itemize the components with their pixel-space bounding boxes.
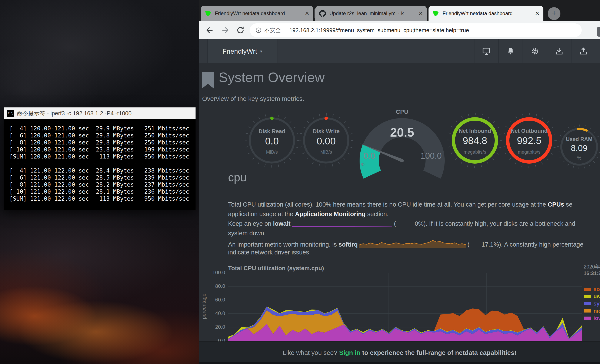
gauge-unit: % — [556, 155, 600, 161]
netdata-favicon — [432, 10, 439, 17]
cpu-description-line: An important metric worth monitoring, is… — [228, 239, 583, 248]
gauge-value: 8.09 — [556, 143, 600, 153]
tab-close-icon[interactable]: ✕ — [535, 10, 540, 17]
terminal-line: [ 4] 121.00-122.00 sec 28.4 MBytes 238 M… — [9, 167, 196, 174]
back-button[interactable] — [203, 24, 216, 37]
browser-window: FriendlyWrt netdata dashboard ✕ Update r… — [199, 0, 600, 364]
legend-swatch — [584, 309, 591, 313]
legend-label: system — [593, 300, 600, 307]
url-text: 192.168.2.1:19999/#menu_system_submenu_c… — [289, 27, 469, 34]
gauge-unit: megabits/s — [501, 149, 557, 155]
text: 0%). If it is constantly high, your disk… — [415, 220, 575, 227]
cpu-description-line: system down. — [228, 230, 266, 237]
forward-icon — [220, 26, 230, 35]
gauge-unit: MiB/s — [299, 149, 354, 155]
text: system down. — [228, 230, 266, 237]
cpu-utilization-chart[interactable] — [228, 273, 582, 341]
tab-title: FriendlyWrt netdata dashboard — [442, 10, 532, 16]
legend-item-iowait[interactable]: iowait — [584, 314, 600, 322]
chart-y-axis-label: percentage — [201, 285, 207, 328]
host-dropdown-button[interactable]: FriendlyWrt ▾ — [207, 39, 277, 63]
legend-swatch — [584, 295, 591, 298]
chart-timestamp: 2020年3 16:31:2 — [584, 263, 600, 277]
import-settings-button[interactable] — [547, 39, 571, 63]
address-bar[interactable]: 不安全 192.168.2.1:19999/#menu_system_subme… — [250, 23, 582, 37]
cpus-link[interactable]: CPUs — [548, 201, 564, 208]
legend-label: iowait — [593, 315, 600, 321]
text: ( — [466, 241, 469, 248]
terminal-line: [ 6] 120.00-121.00 sec 29.8 MBytes 250 M… — [9, 132, 196, 139]
gauge-value: 0.0 — [244, 135, 300, 147]
gauge-unit: MiB/s — [244, 149, 300, 155]
new-tab-button[interactable]: + — [548, 7, 560, 20]
text: indicate network driver issues. — [228, 249, 311, 256]
terminal-line: [ 8] 120.00-121.00 sec 29.8 MBytes 250 M… — [9, 139, 196, 146]
terminal-output: [ 4] 120.00-121.00 sec 29.9 MBytes 251 M… — [4, 119, 196, 210]
y-tick-label: 0.0 — [200, 338, 225, 341]
tab-friendlywrt-netdata-2-active[interactable]: FriendlyWrt netdata dashboard ✕ — [429, 6, 544, 21]
text: Keep an eye on — [228, 220, 273, 227]
legend-swatch — [584, 317, 591, 320]
alarms-button[interactable] — [498, 39, 523, 63]
terminal-titlebar[interactable]: C:\ 命令提示符 - iperf3 -c 192.168.1.2 -P4 -t… — [4, 107, 196, 119]
tab-close-icon[interactable]: ✕ — [418, 10, 423, 17]
terminal-window: C:\ 命令提示符 - iperf3 -c 192.168.1.2 -P4 -t… — [4, 107, 196, 210]
net-outbound-gauge[interactable]: Net Outbound 992.5 megabits/s — [501, 113, 557, 168]
legend-item-system[interactable]: system — [584, 300, 600, 307]
extension-icon[interactable] — [597, 27, 600, 37]
softirq-label: softirq — [338, 241, 358, 248]
terminal-line: [ 4] 120.00-121.00 sec 29.9 MBytes 251 M… — [9, 125, 196, 132]
gauge-max: 100.0 — [421, 151, 442, 161]
terminal-line: [ 10] 121.00-122.00 sec 28.1 MBytes 236 … — [9, 188, 196, 195]
settings-button[interactable] — [523, 39, 547, 63]
cpu-gauge[interactable]: CPU 20.5 0.0 100.0 % — [360, 109, 445, 181]
gauge-value: 984.8 — [447, 135, 503, 146]
text: se — [564, 201, 572, 208]
info-icon[interactable] — [255, 27, 262, 33]
y-tick-label: 100.0 — [200, 270, 225, 276]
text: ( — [392, 220, 396, 227]
upload-icon — [579, 47, 588, 56]
tab-github-commit[interactable]: Update r2s_lean_minimal.yml · k ✕ — [315, 6, 427, 21]
reload-icon — [236, 26, 245, 35]
text: An important metric worth monitoring, is — [228, 241, 338, 248]
gauge-unit: % — [361, 162, 365, 168]
forward-button[interactable] — [219, 24, 232, 37]
bookmark-icon — [202, 72, 214, 89]
github-favicon — [319, 10, 326, 17]
export-settings-button[interactable] — [571, 39, 595, 63]
net-inbound-gauge[interactable]: Net Inbound 984.8 megabits/s — [447, 113, 503, 168]
disk-write-gauge[interactable]: Disk Write 0.00 MiB/s — [299, 113, 354, 168]
legend-item-nice[interactable]: nice — [584, 307, 600, 314]
gauge-value: 992.5 — [501, 135, 557, 146]
softirq-sparkline[interactable] — [359, 239, 466, 248]
page-subtitle: Overview of the key system metrics. — [202, 95, 304, 102]
chart-time: 16:31:2 — [584, 270, 600, 277]
legend-label: softirq — [593, 286, 600, 292]
terminal-line: [ 6] 121.00-122.00 sec 28.5 MBytes 239 M… — [9, 174, 196, 181]
applications-monitoring-link[interactable]: Applications Monitoring — [295, 211, 366, 217]
tab-close-icon[interactable]: ✕ — [305, 10, 309, 17]
legend-item-user[interactable]: user — [584, 293, 600, 300]
chart-title: Total CPU utilization (system.cpu) — [228, 265, 324, 272]
reload-button[interactable] — [234, 24, 247, 37]
bell-icon — [506, 47, 515, 56]
disk-read-gauge[interactable]: Disk Read 0.0 MiB/s — [244, 113, 300, 168]
cpu-description-line: indicate network driver issues. — [228, 249, 311, 256]
terminal-line: [ 10] 120.00-121.00 sec 23.8 MBytes 199 … — [9, 146, 196, 153]
disk-write-dot — [324, 117, 328, 120]
tab-friendlywrt-netdata-1[interactable]: FriendlyWrt netdata dashboard ✕ — [201, 6, 313, 21]
address-divider — [285, 27, 285, 34]
terminal-line: [SUM] 121.00-122.00 sec 113 MBytes 950 M… — [9, 195, 196, 202]
sign-in-link[interactable]: Sign in — [339, 349, 360, 356]
signin-banner: Like what you see? Sign in to experience… — [199, 341, 600, 364]
gauge-label: Net Outbound — [501, 128, 557, 134]
used-ram-gauge[interactable]: Used RAM 8.09 % — [556, 123, 600, 170]
iowait-label: iowait — [273, 220, 291, 227]
print-dashboard-button[interactable] — [474, 39, 498, 63]
iowait-sparkline[interactable] — [292, 224, 392, 227]
gauge-unit: megabits/s — [447, 149, 503, 155]
banner-bottom-strip — [199, 362, 600, 364]
gauge-label: CPU — [360, 109, 445, 115]
legend-item-softirq[interactable]: softirq — [584, 286, 600, 293]
